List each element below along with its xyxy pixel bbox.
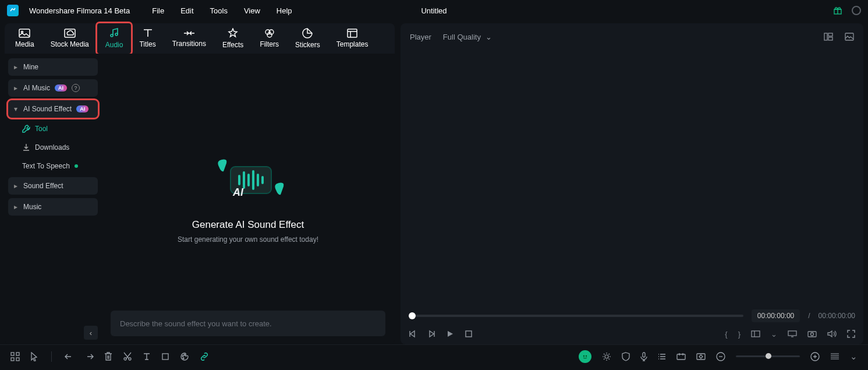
svg-point-31 — [124, 358, 126, 360]
info-icon[interactable]: ? — [72, 84, 80, 92]
zoom-out-icon[interactable] — [716, 352, 725, 361]
chevron-down-icon[interactable]: ⌄ — [850, 351, 858, 362]
svg-rect-33 — [162, 354, 168, 360]
redo-icon[interactable] — [84, 353, 94, 360]
camera-icon[interactable] — [807, 330, 817, 337]
menu-tools[interactable]: Tools — [210, 6, 228, 15]
tab-transitions-label: Transitions — [172, 40, 206, 48]
tab-titles-label: Titles — [139, 40, 155, 48]
sidebar-item-music[interactable]: ▸Music — [8, 198, 98, 216]
keyframe-icon[interactable] — [696, 353, 706, 360]
play-button[interactable] — [446, 330, 454, 338]
svg-point-35 — [184, 354, 185, 355]
grid-view-icon[interactable] — [824, 33, 833, 41]
tab-audio-label: Audio — [105, 41, 123, 49]
timeline-options-icon[interactable] — [830, 353, 839, 361]
tab-audio[interactable]: Audio — [97, 23, 132, 54]
sidebar-sound-effect-label: Sound Effect — [23, 182, 63, 190]
svg-point-2 — [22, 31, 23, 33]
tab-stock-media[interactable]: Stock Media — [42, 23, 97, 54]
tab-transitions[interactable]: Transitions — [164, 23, 214, 54]
sidebar-downloads-label: Downloads — [35, 143, 69, 151]
zoom-thumb[interactable] — [766, 353, 771, 359]
tab-stock-media-label: Stock Media — [51, 40, 89, 48]
cursor-icon[interactable] — [30, 352, 38, 361]
tab-templates[interactable]: Templates — [328, 23, 377, 54]
ai-badge: AI — [76, 105, 88, 112]
text-icon[interactable] — [143, 353, 151, 361]
assistant-icon[interactable] — [579, 350, 591, 363]
sidebar-sub-tool[interactable]: Tool — [8, 121, 98, 136]
collapse-sidebar-button[interactable]: ‹ — [84, 326, 98, 340]
mic-icon[interactable] — [640, 352, 647, 361]
tab-filters-label: Filters — [260, 40, 279, 48]
tab-stickers[interactable]: Stickers — [287, 23, 328, 54]
shield-icon[interactable] — [622, 352, 630, 361]
sidebar-sub-tts[interactable]: Text To Speech — [8, 158, 98, 174]
ai-badge: AI — [55, 84, 67, 91]
mark-in-icon[interactable]: { — [725, 330, 727, 339]
sound-prompt-input[interactable] — [111, 311, 385, 336]
svg-rect-27 — [11, 353, 14, 355]
list-icon[interactable] — [658, 353, 666, 361]
mark-out-icon[interactable]: } — [738, 330, 741, 339]
play-backward-button[interactable] — [427, 330, 435, 338]
sidebar-item-ai-music[interactable]: ▸AI MusicAI? — [8, 79, 98, 97]
fullscreen-icon[interactable] — [847, 330, 855, 338]
timecode-sep: / — [808, 312, 810, 320]
menu-edit[interactable]: Edit — [180, 6, 193, 15]
undo-icon[interactable] — [65, 353, 74, 360]
delete-icon[interactable] — [104, 352, 112, 361]
svg-rect-19 — [828, 33, 832, 36]
crop-icon[interactable] — [161, 353, 169, 361]
gift-icon[interactable] — [833, 6, 842, 15]
menu-file[interactable]: File — [152, 6, 164, 15]
zoom-slider[interactable] — [736, 355, 800, 357]
layout-icon[interactable] — [751, 330, 760, 337]
sidebar-sub-downloads[interactable]: Downloads — [8, 140, 98, 155]
tab-effects[interactable]: Effects — [214, 23, 251, 54]
display-icon[interactable] — [788, 330, 797, 337]
brightness-icon[interactable] — [602, 352, 611, 361]
cut-icon[interactable] — [123, 352, 132, 361]
svg-rect-18 — [824, 33, 827, 40]
menu-view[interactable]: View — [244, 6, 260, 15]
app-logo-icon — [7, 5, 19, 16]
link-icon[interactable] — [200, 353, 209, 361]
tab-media-label: Media — [15, 40, 34, 48]
color-icon[interactable] — [180, 353, 189, 361]
svg-point-38 — [586, 355, 587, 356]
chevron-right-icon: ▸ — [14, 63, 19, 71]
bottom-toolbar: ⌄ — [0, 344, 868, 368]
sidebar-item-mine[interactable]: ▸Mine — [8, 58, 98, 76]
prev-frame-button[interactable] — [409, 330, 417, 338]
modules-icon[interactable] — [10, 352, 20, 361]
quality-select[interactable]: Full Quality ⌄ — [443, 33, 492, 41]
snapshot-icon[interactable] — [845, 33, 854, 41]
stop-button[interactable] — [465, 330, 473, 338]
scrub-thumb[interactable] — [409, 312, 416, 319]
svg-rect-24 — [788, 331, 796, 336]
menu-help[interactable]: Help — [277, 6, 292, 15]
zoom-in-icon[interactable] — [810, 352, 820, 361]
svg-text:AI: AI — [232, 186, 244, 198]
scrub-track[interactable] — [409, 315, 743, 317]
menu-bar: File Edit Tools View Help — [152, 6, 292, 15]
svg-rect-25 — [808, 332, 816, 337]
svg-point-34 — [182, 355, 183, 357]
tab-filters[interactable]: Filters — [251, 23, 287, 54]
chevron-right-icon: ▸ — [14, 203, 19, 211]
tab-titles[interactable]: Titles — [131, 23, 164, 54]
chevron-down-icon[interactable]: ⌄ — [771, 330, 777, 339]
cloud-media-icon — [64, 29, 76, 38]
volume-icon[interactable] — [827, 330, 837, 338]
record-icon[interactable] — [852, 6, 861, 15]
marker-icon[interactable] — [676, 353, 686, 361]
svg-point-39 — [605, 355, 608, 358]
sidebar-item-ai-sound-effect[interactable]: ▾AI Sound EffectAI — [8, 100, 98, 118]
sidebar-item-sound-effect[interactable]: ▸Sound Effect — [8, 177, 98, 195]
download-icon — [22, 143, 30, 151]
transitions-icon — [183, 29, 195, 37]
timecode-duration: 00:00:00:00 — [819, 312, 855, 320]
tab-media[interactable]: Media — [7, 23, 42, 54]
